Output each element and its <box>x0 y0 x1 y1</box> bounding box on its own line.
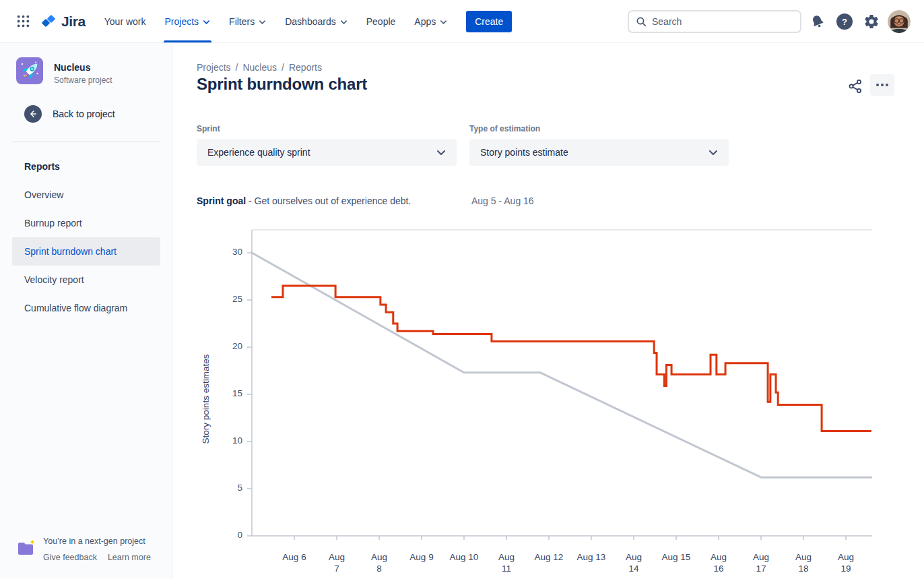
learn-more-link[interactable]: Learn more <box>108 553 151 562</box>
sprint-goal-text: - Get ourselves out of experience debt. <box>249 195 411 206</box>
sidebar-footer-links: Give feedback Learn more <box>43 553 151 562</box>
chevron-down-icon <box>708 150 718 156</box>
reports-menu: Reports OverviewBurnup reportSprint burn… <box>0 152 172 322</box>
help-button[interactable]: ? <box>834 11 855 32</box>
sprint-select-value: Experience quality sprint <box>207 147 310 158</box>
bell-icon <box>810 14 825 29</box>
gear-icon <box>863 13 880 30</box>
sidebar-item-sprint-burndown-chart[interactable]: Sprint burndown chart <box>12 237 160 266</box>
search-input[interactable] <box>652 16 793 27</box>
nav-item-label: Filters <box>229 16 255 27</box>
sidebar-section-reports: Reports <box>0 152 172 181</box>
sprint-goal: Sprint goal - Get ourselves out of exper… <box>197 195 411 206</box>
ellipsis-icon <box>876 84 888 86</box>
project-sidebar: Nucleus Software project Back to project… <box>0 43 172 579</box>
nav-item-people[interactable]: People <box>357 0 405 42</box>
next-gen-note: You’re in a next-gen project <box>43 537 145 546</box>
nav-item-projects[interactable]: Projects <box>156 0 220 42</box>
chevron-down-icon <box>203 20 210 25</box>
sidebar-item-cumulative-flow-diagram[interactable]: Cumulative flow diagram <box>12 294 160 322</box>
search-icon <box>636 16 647 27</box>
back-to-project-label: Back to project <box>53 109 115 119</box>
breadcrumb-item-nucleus[interactable]: Nucleus <box>242 62 277 73</box>
grid-icon <box>17 15 30 28</box>
nav-item-apps[interactable]: Apps <box>405 0 457 42</box>
breadcrumb: Projects/Nucleus/Reports <box>197 62 322 73</box>
sprint-select-label: Sprint <box>197 124 220 133</box>
chevron-down-icon <box>440 20 447 25</box>
jira-mark-icon <box>40 13 57 30</box>
sprint-date-range: Aug 5 - Aug 16 <box>471 195 534 206</box>
breadcrumb-item-reports[interactable]: Reports <box>289 62 322 73</box>
settings-button[interactable] <box>861 11 882 32</box>
app-name: Jira <box>61 13 86 30</box>
share-icon <box>848 79 863 94</box>
breadcrumb-separator: / <box>282 62 284 73</box>
sprint-goal-label: Sprint goal <box>197 195 246 206</box>
top-nav: Jira Your workProjectsFiltersDashboardsP… <box>0 0 924 43</box>
help-icon: ? <box>836 13 853 30</box>
jira-logo[interactable]: Jira <box>40 0 86 42</box>
share-button[interactable] <box>845 75 866 97</box>
nav-item-label: People <box>366 16 396 27</box>
project-type: Software project <box>54 75 112 85</box>
sidebar-item-overview[interactable]: Overview <box>12 181 160 209</box>
back-arrow-icon <box>24 105 42 123</box>
sprint-select[interactable]: Experience quality sprint <box>197 139 457 166</box>
search-box[interactable] <box>628 10 801 33</box>
create-button[interactable]: Create <box>466 11 512 32</box>
nav-item-label: Projects <box>165 16 199 27</box>
breadcrumb-separator: / <box>236 62 238 73</box>
jira-app: Jira Your workProjectsFiltersDashboardsP… <box>0 0 924 579</box>
primary-nav: Your workProjectsFiltersDashboardsPeople… <box>95 0 457 42</box>
chevron-down-icon <box>436 150 446 156</box>
next-gen-folder-icon <box>16 539 36 557</box>
svg-text:?: ? <box>842 17 847 27</box>
estimation-select-label: Type of estimation <box>469 124 540 133</box>
breadcrumb-item-projects[interactable]: Projects <box>197 62 231 73</box>
main-content: Projects/Nucleus/Reports Sprint burndown… <box>172 43 924 579</box>
page-title: Sprint burndown chart <box>197 75 367 94</box>
sidebar-item-velocity-report[interactable]: Velocity report <box>12 266 160 294</box>
give-feedback-link[interactable]: Give feedback <box>43 553 97 562</box>
app-switcher-icon[interactable] <box>11 0 35 42</box>
sidebar-item-burnup-report[interactable]: Burnup report <box>12 209 160 237</box>
avatar-photo <box>888 10 911 33</box>
notifications-button[interactable] <box>807 11 828 32</box>
estimation-select[interactable]: Story points estimate <box>469 139 729 166</box>
user-avatar[interactable] <box>888 10 911 33</box>
sidebar-divider <box>12 142 160 142</box>
estimation-select-value: Story points estimate <box>480 147 568 158</box>
nav-item-label: Your work <box>104 16 146 27</box>
chevron-down-icon <box>259 20 266 25</box>
nav-item-your-work[interactable]: Your work <box>95 0 156 42</box>
project-name: Nucleus <box>54 62 90 73</box>
project-avatar-rocket-icon <box>16 57 43 84</box>
nav-item-filters[interactable]: Filters <box>220 0 275 42</box>
back-to-project-button[interactable]: Back to project <box>24 105 115 123</box>
chevron-down-icon <box>340 20 348 25</box>
nav-item-label: Apps <box>414 16 436 27</box>
nav-item-label: Dashboards <box>285 16 336 27</box>
nav-item-dashboards[interactable]: Dashboards <box>275 0 357 42</box>
more-actions-button[interactable] <box>870 74 894 96</box>
